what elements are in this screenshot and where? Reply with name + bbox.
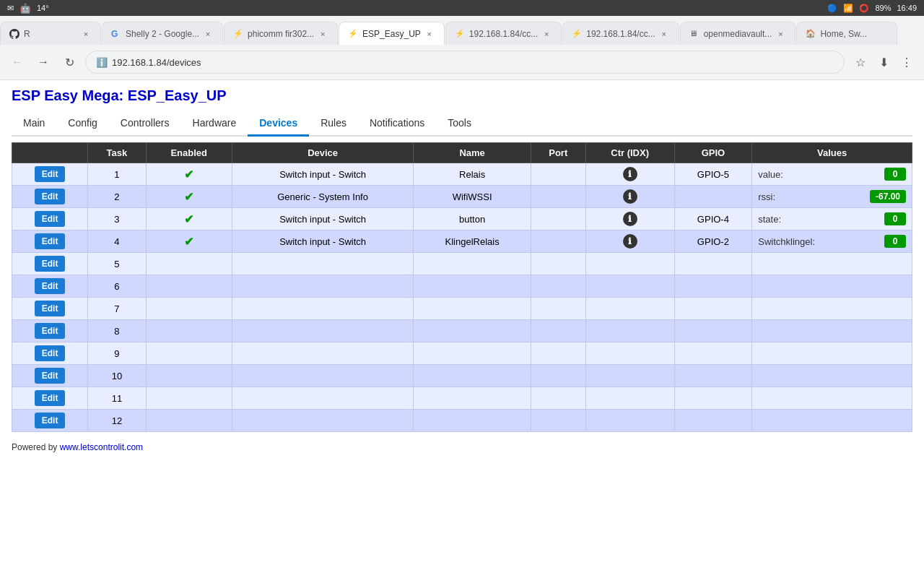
table-row: Edit9 <box>12 342 912 365</box>
ctr-cell: ℹ <box>585 230 674 253</box>
tab-devices[interactable]: Devices <box>248 111 309 137</box>
tab-192-2[interactable]: ⚡ 192.168.1.84/cc... × <box>562 22 679 45</box>
table-row: Edit1✔Switch input - SwitchRelaisℹGPIO-5… <box>12 163 912 186</box>
tab-phicomm[interactable]: ⚡ phicomm fir302... × <box>224 22 338 45</box>
edit-button-10[interactable]: Edit <box>35 368 66 384</box>
tab-rules[interactable]: Rules <box>309 111 358 137</box>
col-name: Name <box>414 143 531 163</box>
edit-cell: Edit <box>12 298 88 320</box>
edit-button-4[interactable]: Edit <box>35 233 66 249</box>
task-number: 9 <box>88 342 147 365</box>
task-number: 6 <box>88 275 147 298</box>
edit-button-2[interactable]: Edit <box>35 189 66 204</box>
tab-esp-easy-label: ESP_Easy_UP <box>362 29 421 39</box>
name-cell <box>414 275 531 298</box>
tab-192-1-close[interactable]: × <box>541 28 552 40</box>
edit-button-8[interactable]: Edit <box>35 323 66 339</box>
download-button[interactable]: ⬇ <box>873 52 894 72</box>
enabled-cell <box>146 275 232 298</box>
edit-button-1[interactable]: Edit <box>35 166 66 182</box>
task-number: 5 <box>88 253 147 275</box>
tab-tools[interactable]: Tools <box>436 111 483 137</box>
tab-192-1-label: 192.168.1.84/cc... <box>469 29 538 39</box>
menu-button[interactable]: ⋮ <box>897 52 917 72</box>
value-badge: 0 <box>884 235 906 248</box>
page-title: ESP Easy Mega: ESP_Easy_UP <box>12 87 912 104</box>
nav-tabs: Main Config Controllers Hardware Devices… <box>12 111 912 137</box>
tab-192-2-close[interactable]: × <box>658 28 670 40</box>
port-cell <box>531 342 585 365</box>
device-cell <box>232 298 414 320</box>
port-cell <box>531 230 585 253</box>
tab-shelly-close[interactable]: × <box>202 28 214 40</box>
page-content: ESP Easy Mega: ESP_Easy_UP Main Config C… <box>0 80 924 460</box>
edit-button-12[interactable]: Edit <box>35 413 66 428</box>
table-row: Edit6 <box>12 275 912 298</box>
port-cell <box>531 320 585 342</box>
circle-icon: ⭕ <box>859 4 869 13</box>
clock: 16:49 <box>897 4 917 12</box>
enabled-cell: ✔ <box>146 186 232 208</box>
tab-r[interactable]: R × <box>0 22 101 45</box>
tab-openmedia[interactable]: 🖥 openmediavault... × <box>680 22 796 45</box>
tab-home-label: Home, Sw... <box>820 29 888 39</box>
ctr-cell <box>585 365 674 387</box>
tab-openmedia-label: openmediavault... <box>704 29 772 39</box>
email-icon: ✉ <box>7 4 14 13</box>
task-number: 7 <box>88 298 147 320</box>
value-badge: 0 <box>884 212 906 225</box>
name-cell <box>414 387 531 410</box>
edit-button-6[interactable]: Edit <box>35 278 66 294</box>
edit-button-9[interactable]: Edit <box>35 345 66 361</box>
tab-controllers[interactable]: Controllers <box>109 111 181 137</box>
tab-openmedia-close[interactable]: × <box>775 28 786 40</box>
gpio-cell <box>674 275 752 298</box>
browser-chrome: R × G Shelly 2 - Google... × ⚡ phicomm f… <box>0 16 924 80</box>
name-cell: WifiWSSI <box>414 186 531 208</box>
letscontrolit-link[interactable]: www.letscontrolit.com <box>60 442 143 452</box>
device-cell: Switch input - Switch <box>232 230 414 253</box>
bookmark-button[interactable]: ☆ <box>850 52 871 72</box>
col-edit <box>12 143 88 163</box>
tab-config[interactable]: Config <box>56 111 108 137</box>
tab-esp-easy[interactable]: ⚡ ESP_Easy_UP × <box>339 22 445 45</box>
device-cell <box>232 365 414 387</box>
port-cell <box>531 163 585 186</box>
edit-button-11[interactable]: Edit <box>35 390 66 406</box>
table-row: Edit8 <box>12 320 912 342</box>
gpio-cell <box>674 387 752 410</box>
tab-notifications[interactable]: Notifications <box>358 111 436 137</box>
enabled-cell <box>146 365 232 387</box>
tab-main[interactable]: Main <box>12 111 56 137</box>
tab-shelly[interactable]: G Shelly 2 - Google... × <box>102 22 223 45</box>
ctr-cell: ℹ <box>585 186 674 208</box>
info-icon: ℹ <box>623 234 637 249</box>
port-cell <box>531 208 585 230</box>
tab-phicomm-close[interactable]: × <box>317 28 328 40</box>
edit-cell: Edit <box>12 320 88 342</box>
tab-hardware[interactable]: Hardware <box>181 111 248 137</box>
info-icon: ℹ <box>623 212 637 226</box>
col-gpio: GPIO <box>674 143 752 163</box>
tab-192-1[interactable]: ⚡ 192.168.1.84/cc... × <box>445 22 562 45</box>
port-cell <box>531 253 585 275</box>
value-row: state:0 <box>758 212 906 226</box>
reload-button[interactable]: ↻ <box>59 52 79 72</box>
enabled-cell <box>146 342 232 365</box>
url-bar[interactable]: ℹ️ 192.168.1.84/devices <box>85 51 845 74</box>
name-cell <box>414 342 531 365</box>
device-cell <box>232 253 414 275</box>
back-button[interactable]: ← <box>7 52 27 72</box>
tab-home[interactable]: 🏠 Home, Sw... <box>796 22 897 45</box>
esp-icon-192-1: ⚡ <box>455 29 465 39</box>
tab-esp-easy-close[interactable]: × <box>424 28 435 40</box>
tab-r-close[interactable]: × <box>80 28 92 40</box>
edit-button-7[interactable]: Edit <box>35 301 66 316</box>
table-row: Edit2✔Generic - System InfoWifiWSSIℹrssi… <box>12 186 912 208</box>
edit-button-3[interactable]: Edit <box>35 211 66 227</box>
lock-icon: ℹ️ <box>96 57 108 68</box>
forward-button[interactable]: → <box>33 52 53 72</box>
edit-button-5[interactable]: Edit <box>35 256 66 272</box>
temperature: 14° <box>37 4 49 12</box>
tab-r-label: R <box>24 29 77 39</box>
